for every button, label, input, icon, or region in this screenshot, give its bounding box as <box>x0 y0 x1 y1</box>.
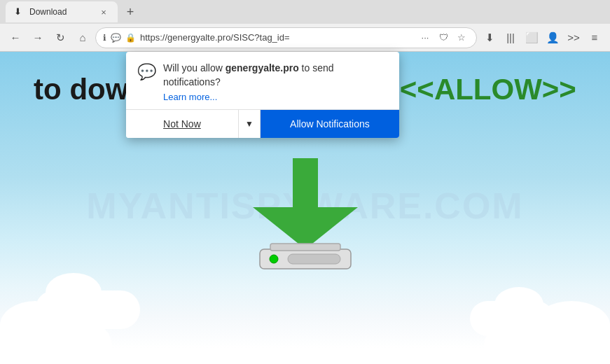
allow-highlight-text: <<ALLOW>> <box>400 73 576 106</box>
nav-bar: ← → ↻ ⌂ ℹ 💬 🔒 https://genergyalte.pro/SI… <box>0 24 610 52</box>
account-button[interactable]: 👤 <box>543 28 562 48</box>
popup-message-icon: 💬 <box>137 63 156 81</box>
learn-more-link[interactable]: Learn more... <box>163 92 388 102</box>
browser-chrome: ⬇ Download × + ← → ↻ ⌂ ℹ 💬 🔒 https://gen… <box>0 0 610 52</box>
svg-rect-0 <box>293 158 318 207</box>
not-now-label: Not Now <box>163 118 201 130</box>
not-now-button[interactable]: Not Now <box>126 110 238 138</box>
nav-right-icons: ⬇ ||| ⬜ 👤 >> ≡ <box>480 28 604 48</box>
popup-actions: Not Now ▼ Allow Notifications <box>126 109 399 138</box>
not-now-dropdown-button[interactable]: ▼ <box>238 110 261 138</box>
allow-notifications-button[interactable]: Allow Notifications <box>261 110 399 138</box>
cloud-3 <box>35 290 140 329</box>
svg-marker-1 <box>253 207 358 249</box>
tab-title: Download <box>29 7 94 17</box>
tab-favicon: ⬇ <box>14 6 25 18</box>
svg-point-4 <box>270 255 278 263</box>
more-options-button[interactable]: ··· <box>417 30 433 46</box>
shield-button[interactable]: 🛡 <box>436 30 451 46</box>
svg-rect-5 <box>288 254 340 264</box>
svg-rect-3 <box>270 244 340 251</box>
popup-message-container: Will you allow genergyalte.pro to send n… <box>163 62 388 102</box>
lock-icon: 🔒 <box>125 33 136 43</box>
menu-button[interactable]: ≡ <box>585 28 604 48</box>
popup-site-name: genergyalte.pro <box>226 62 299 74</box>
download-illustration <box>253 158 358 273</box>
chat-icon: 💬 <box>111 33 121 43</box>
back-button[interactable]: ← <box>6 28 25 48</box>
tabs-button[interactable]: ⬜ <box>522 28 541 48</box>
popup-message-text: Will you allow genergyalte.pro to send n… <box>163 62 388 89</box>
notification-popup: 💬 Will you allow genergyalte.pro to send… <box>126 52 399 138</box>
bookmark-button[interactable]: ☆ <box>454 30 469 46</box>
forward-button[interactable]: → <box>28 28 48 48</box>
refresh-button[interactable]: ↻ <box>50 28 70 48</box>
download-arrow-svg <box>253 158 358 270</box>
cloud-4 <box>470 301 554 336</box>
clouds-container <box>0 308 610 364</box>
home-button[interactable]: ⌂ <box>73 28 92 48</box>
popup-message-prefix: Will you allow <box>163 62 226 74</box>
active-tab[interactable]: ⬇ Download × <box>6 1 118 22</box>
more-tools-button[interactable]: >> <box>564 28 583 48</box>
download-button[interactable]: ⬇ <box>480 28 499 48</box>
library-button[interactable]: ||| <box>501 28 520 48</box>
address-bar[interactable]: ℹ 💬 🔒 https://genergyalte.pro/SISC?tag_i… <box>95 27 477 48</box>
tab-close-button[interactable]: × <box>98 6 109 18</box>
url-text[interactable]: https://genergyalte.pro/SISC?tag_id= <box>140 32 413 43</box>
new-tab-button[interactable]: + <box>120 2 140 22</box>
tab-bar: ⬇ Download × + <box>0 0 610 24</box>
address-icons: ··· 🛡 ☆ <box>417 30 469 46</box>
info-icon: ℹ <box>103 33 106 43</box>
popup-body: 💬 Will you allow genergyalte.pro to send… <box>126 52 399 109</box>
